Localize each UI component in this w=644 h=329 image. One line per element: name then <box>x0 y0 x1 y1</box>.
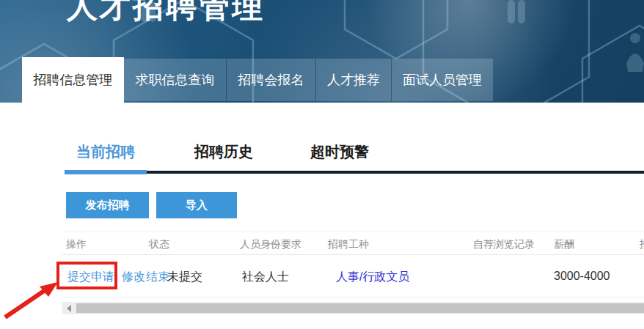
subtab-overtime-warning[interactable]: 超时预警 <box>310 142 369 162</box>
col-header-self-rec-views: 自荐浏览记录 <box>473 238 535 251</box>
tab-recruit-info-manage[interactable]: 招聘信息管理 <box>22 57 124 103</box>
table-header-border <box>62 254 644 255</box>
submit-application-link[interactable]: 提交申请 <box>67 270 114 285</box>
tab-job-fair-signup[interactable]: 招聘会报名 <box>226 59 315 101</box>
scroll-left-arrow-icon <box>67 305 71 312</box>
modify-link[interactable]: 修改 <box>122 270 145 285</box>
col-header-job-type: 招聘工种 <box>328 238 369 251</box>
status-cell: 未提交 <box>167 270 202 285</box>
scrollbar-thumb[interactable] <box>76 303 644 313</box>
tab-interviewee-manage[interactable]: 面试人员管理 <box>391 59 493 101</box>
highlight-red-arrow <box>0 273 73 329</box>
table-top-border <box>62 232 644 232</box>
tab-job-seek-query[interactable]: 求职信息查询 <box>124 59 226 101</box>
scroll-left-button[interactable] <box>62 302 76 314</box>
subtab-recruit-history[interactable]: 招聘历史 <box>194 142 253 162</box>
import-button[interactable]: 导入 <box>156 192 237 218</box>
end-link[interactable]: 结束 <box>146 270 169 285</box>
page-header: 人才招聘管理 招聘信息管理 求职信息查询 招聘会报名 人才推荐 面试人员管理 <box>0 0 644 103</box>
subtab-active-underline <box>65 170 147 174</box>
col-header-status: 状态 <box>149 238 169 251</box>
page: 人才招聘管理 招聘信息管理 求职信息查询 招聘会报名 人才推荐 面试人员管理 当… <box>0 0 644 329</box>
col-header-operation: 操作 <box>66 238 87 251</box>
identity-cell: 社会人士 <box>242 270 289 285</box>
main-tab-bar: 招聘信息管理 求职信息查询 招聘会报名 人才推荐 面试人员管理 <box>0 0 644 103</box>
subtab-bar-underline <box>147 171 644 174</box>
horizontal-scrollbar[interactable] <box>62 302 644 314</box>
salary-cell: 3000-4000 <box>554 270 610 283</box>
tab-talent-recommend[interactable]: 人才推荐 <box>315 59 391 101</box>
publish-recruit-button[interactable]: 发布招聘 <box>66 192 149 218</box>
col-header-salary: 薪酬 <box>554 238 574 251</box>
col-header-identity-req: 人员身份要求 <box>240 238 301 251</box>
job-type-link[interactable]: 人事/行政文员 <box>336 270 409 285</box>
subtab-current-recruit[interactable]: 当前招聘 <box>65 142 147 162</box>
table-row-border <box>62 297 644 297</box>
col-header-truncated: 招 <box>640 238 644 251</box>
